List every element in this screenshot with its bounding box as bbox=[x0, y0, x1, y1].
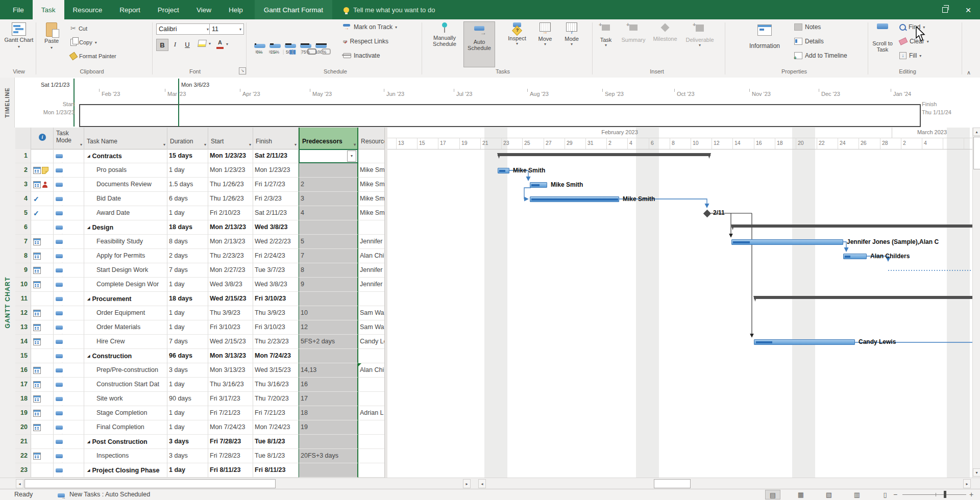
cell-task-name[interactable]: Pro posals bbox=[84, 163, 167, 178]
cell-task-name[interactable]: ◢Construction bbox=[84, 349, 167, 363]
cell-start[interactable]: Mon 3/13/23 bbox=[208, 349, 253, 363]
cell-start[interactable]: Mon 7/24/23 bbox=[208, 420, 253, 435]
cell-resource[interactable] bbox=[358, 349, 384, 363]
cell-indicators[interactable]: ✓ bbox=[31, 192, 54, 206]
cell-resource[interactable]: Candy Le bbox=[358, 335, 384, 349]
cell-resource[interactable] bbox=[358, 449, 384, 463]
font-color-button[interactable]: A▾ bbox=[216, 39, 228, 49]
cell-resource[interactable] bbox=[358, 392, 384, 406]
cell-task-name[interactable]: Documents Review bbox=[84, 178, 167, 192]
cell-resource[interactable] bbox=[358, 149, 384, 163]
cell-predecessors[interactable]: 18 bbox=[299, 406, 358, 420]
column-header-info[interactable]: i bbox=[31, 128, 54, 149]
predecessor-dropdown-button[interactable]: ▾ bbox=[347, 151, 356, 162]
respect-links-button[interactable]: ∞Respect Links bbox=[343, 38, 388, 45]
insert-milestone-button[interactable]: Milestone bbox=[650, 23, 680, 42]
task-bar[interactable] bbox=[530, 196, 619, 202]
row-number[interactable]: 17 bbox=[15, 378, 31, 392]
cell-finish[interactable]: Fri 3/10/23 bbox=[253, 320, 299, 335]
tab-view[interactable]: View bbox=[188, 0, 220, 19]
cell-resource[interactable]: Mike Sm bbox=[358, 178, 384, 192]
cell-predecessors[interactable]: 8 bbox=[299, 263, 358, 278]
indent-task-button[interactable]: ≡→ bbox=[269, 48, 278, 55]
cell-duration[interactable]: 96 days bbox=[167, 349, 208, 363]
cell-duration[interactable]: 1 day bbox=[167, 306, 208, 320]
cell-task-mode[interactable] bbox=[54, 235, 84, 249]
cell-task-mode[interactable] bbox=[54, 449, 84, 463]
expand-triangle-icon[interactable]: ◢ bbox=[87, 226, 90, 229]
inactivate-button[interactable]: Inactivate bbox=[343, 52, 380, 59]
team-planner-view-button[interactable]: ▧ bbox=[821, 490, 837, 499]
cell-indicators[interactable] bbox=[31, 378, 54, 392]
row-number[interactable]: 4 bbox=[15, 192, 31, 206]
cell-finish[interactable]: Fri 3/10/23 bbox=[253, 292, 299, 306]
insert-deliverable-button[interactable]: + Deliverable▾ bbox=[682, 24, 718, 47]
row-number[interactable]: 3 bbox=[15, 178, 31, 192]
cell-duration[interactable]: 6 days bbox=[167, 192, 208, 206]
font-name-combo[interactable]: Calibri▾ bbox=[156, 23, 211, 35]
cell-start[interactable]: Thu 1/26/23 bbox=[208, 192, 253, 206]
auto-schedule-button[interactable]: Auto Schedule bbox=[463, 21, 495, 67]
cell-task-mode[interactable] bbox=[54, 263, 84, 278]
cell-task-name[interactable]: Construction Start Dat bbox=[84, 378, 167, 392]
cell-indicators[interactable] bbox=[31, 163, 54, 178]
summary-bar[interactable] bbox=[498, 153, 710, 156]
vertical-scrollbar[interactable]: ▴ ▾ bbox=[972, 128, 980, 478]
cell-resource[interactable]: Sam Wa bbox=[358, 306, 384, 320]
link-tasks-button[interactable] bbox=[307, 48, 316, 55]
row-number[interactable]: 10 bbox=[15, 278, 31, 292]
cell-duration[interactable]: 18 days bbox=[167, 292, 208, 306]
tell-me-box[interactable]: Tell me what you want to do bbox=[344, 0, 435, 19]
cell-predecessors[interactable]: 20FS+3 days bbox=[299, 449, 358, 463]
timescale-days[interactable]: 1315171921232527293124681012141618202224… bbox=[387, 138, 972, 149]
scroll-up-button[interactable]: ▴ bbox=[973, 128, 980, 136]
cell-resource[interactable] bbox=[358, 292, 384, 306]
cell-task-name[interactable]: Bid Date bbox=[84, 192, 167, 206]
task-bar[interactable] bbox=[843, 254, 867, 259]
cell-task-name[interactable]: ◢Project Closing Phase bbox=[84, 463, 167, 478]
cell-indicators[interactable] bbox=[31, 178, 54, 192]
cell-start[interactable]: Mon 2/27/23 bbox=[208, 263, 253, 278]
cell-task-mode[interactable] bbox=[54, 420, 84, 435]
collapse-ribbon-button[interactable]: ∧ bbox=[967, 69, 971, 76]
cell-start[interactable]: Thu 3/16/23 bbox=[208, 378, 253, 392]
tab-project[interactable]: Project bbox=[149, 0, 188, 19]
cell-task-mode[interactable] bbox=[54, 349, 84, 363]
row-number[interactable]: 9 bbox=[15, 263, 31, 278]
outdent-task-button[interactable]: ≡← bbox=[255, 48, 264, 55]
restore-window-button[interactable] bbox=[933, 0, 957, 19]
cell-indicators[interactable] bbox=[31, 220, 54, 235]
cell-task-mode[interactable] bbox=[54, 463, 84, 478]
cell-predecessors[interactable] bbox=[299, 435, 358, 449]
table-scroll-left-button[interactable]: ◂ bbox=[16, 479, 23, 488]
cell-duration[interactable]: 3 days bbox=[167, 449, 208, 463]
cell-task-mode[interactable] bbox=[54, 192, 84, 206]
cell-duration[interactable]: 1 day bbox=[167, 420, 208, 435]
row-number[interactable]: 8 bbox=[15, 249, 31, 263]
cell-finish[interactable]: Wed 3/8/23 bbox=[253, 220, 299, 235]
column-header-predecessors[interactable]: Predecessors▾ bbox=[299, 128, 358, 149]
cell-resource[interactable]: Mike Sm bbox=[358, 206, 384, 220]
cell-task-name[interactable]: ◢Post Construction bbox=[84, 435, 167, 449]
timescale-months[interactable]: February 2023 March 2023 bbox=[387, 128, 972, 138]
cell-predecessors[interactable]: 14,13 bbox=[299, 363, 358, 378]
cell-task-name[interactable]: Order Materials bbox=[84, 320, 167, 335]
row-number[interactable]: 20 bbox=[15, 420, 31, 435]
row-number[interactable]: 12 bbox=[15, 306, 31, 320]
chart-scroll-left-button[interactable]: ◂ bbox=[478, 479, 486, 488]
cell-resource[interactable]: Mike Sm bbox=[358, 192, 384, 206]
cell-indicators[interactable] bbox=[31, 235, 54, 249]
cell-start[interactable]: Thu 1/26/23 bbox=[208, 178, 253, 192]
cell-finish[interactable]: Mon 7/24/23 bbox=[253, 349, 299, 363]
cell-task-name[interactable]: Prep/Pre-construction bbox=[84, 363, 167, 378]
copy-button[interactable]: Copy ▾ bbox=[70, 39, 97, 46]
cut-button[interactable]: ✂Cut bbox=[70, 24, 87, 32]
report-view-button[interactable]: ▯ bbox=[877, 490, 893, 499]
zoom-slider-handle[interactable] bbox=[944, 491, 946, 498]
tab-report[interactable]: Report bbox=[111, 0, 149, 19]
cell-finish[interactable]: Wed 3/15/23 bbox=[253, 363, 299, 378]
cell-resource[interactable]: Jennifer bbox=[358, 235, 384, 249]
cell-duration[interactable]: 1 day bbox=[167, 406, 208, 420]
cell-predecessors[interactable]: 7 bbox=[299, 249, 358, 263]
insert-summary-button[interactable]: + Summary bbox=[619, 24, 648, 43]
